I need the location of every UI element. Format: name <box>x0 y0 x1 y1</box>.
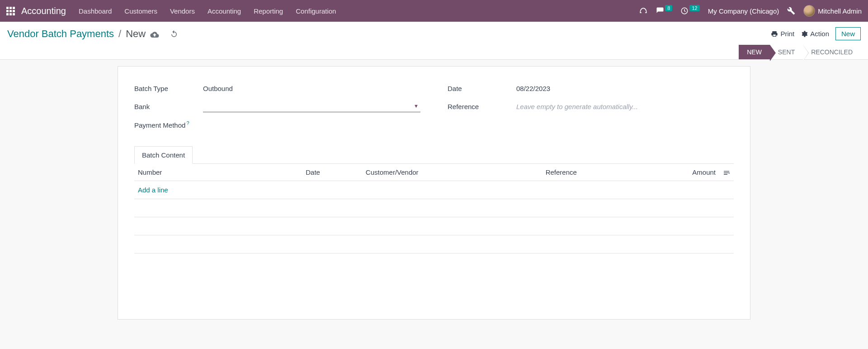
bank-label: Bank <box>134 103 203 110</box>
bank-select[interactable]: ▼ <box>203 100 420 112</box>
table-row <box>134 217 734 235</box>
table-row <box>134 199 734 217</box>
nav-item-vendors[interactable]: Vendors <box>170 7 195 15</box>
status-step-new[interactable]: NEW <box>739 45 770 59</box>
nav-item-dashboard[interactable]: Dashboard <box>79 7 112 15</box>
column-options-icon[interactable] <box>723 169 730 176</box>
print-icon <box>771 30 778 38</box>
nav-item-customers[interactable]: Customers <box>124 7 157 15</box>
messages-badge: 8 <box>665 5 672 11</box>
new-button[interactable]: New <box>835 27 861 40</box>
tabs: Batch Content <box>134 146 734 164</box>
activities-badge: 12 <box>689 5 699 11</box>
batch-type-value: Outbound <box>203 85 233 92</box>
apps-menu-icon[interactable] <box>6 7 15 15</box>
debug-icon[interactable] <box>787 7 795 15</box>
cloud-save-icon[interactable] <box>150 30 159 38</box>
avatar <box>803 5 815 17</box>
batch-type-label: Batch Type <box>134 85 203 92</box>
navbar-right: 8 12 My Company (Chicago) Mitchell Admin <box>639 5 862 17</box>
status-step-reconciled[interactable]: RECONCILED <box>803 45 861 59</box>
cp-actions: Print Action New <box>771 27 861 40</box>
bank-input[interactable] <box>203 100 420 112</box>
col-number: Number <box>134 164 302 181</box>
breadcrumb: Vendor Batch Payments / New <box>7 28 178 40</box>
discard-icon[interactable] <box>170 30 178 38</box>
col-amount: Amount <box>662 164 719 181</box>
form-sheet: Batch Type Outbound Bank ▼ Payment Metho… <box>118 66 750 320</box>
table-row: Add a line <box>134 181 734 199</box>
statusbar: NEW SENT RECONCILED <box>739 45 861 59</box>
voip-icon[interactable] <box>639 6 648 15</box>
nav-item-configuration[interactable]: Configuration <box>296 7 336 15</box>
main-navbar: Accounting Dashboard Customers Vendors A… <box>0 0 868 22</box>
breadcrumb-parent[interactable]: Vendor Batch Payments <box>7 28 114 40</box>
nav-item-reporting[interactable]: Reporting <box>254 7 283 15</box>
sheet-background: Batch Type Outbound Bank ▼ Payment Metho… <box>0 60 868 326</box>
gear-icon <box>801 30 808 38</box>
table-row <box>134 235 734 253</box>
app-name[interactable]: Accounting <box>21 6 66 16</box>
add-line-link[interactable]: Add a line <box>138 186 168 194</box>
company-selector[interactable]: My Company (Chicago) <box>708 7 779 15</box>
payment-method-label: Payment Method? <box>134 120 203 129</box>
reference-label: Reference <box>448 103 516 110</box>
user-name: Mitchell Admin <box>818 7 862 15</box>
print-button[interactable]: Print <box>771 30 794 38</box>
action-button[interactable]: Action <box>801 30 829 38</box>
control-panel: Vendor Batch Payments / New Print Action… <box>0 22 868 60</box>
batch-lines-table: Number Date Customer/Vendor Reference Am… <box>134 164 734 253</box>
activities-icon[interactable]: 12 <box>680 7 699 15</box>
help-icon[interactable]: ? <box>186 120 189 126</box>
nav-menu: Dashboard Customers Vendors Accounting R… <box>79 7 639 15</box>
nav-item-accounting[interactable]: Accounting <box>208 7 241 15</box>
reference-input[interactable] <box>516 101 734 112</box>
date-value[interactable]: 08/22/2023 <box>516 85 550 92</box>
col-date: Date <box>302 164 362 181</box>
col-partner: Customer/Vendor <box>362 164 542 181</box>
col-reference: Reference <box>542 164 662 181</box>
date-label: Date <box>448 85 516 92</box>
breadcrumb-current: New <box>126 28 146 40</box>
messages-icon[interactable]: 8 <box>656 7 672 15</box>
user-menu[interactable]: Mitchell Admin <box>803 5 862 17</box>
breadcrumb-separator: / <box>118 28 121 40</box>
tab-batch-content[interactable]: Batch Content <box>134 146 193 164</box>
